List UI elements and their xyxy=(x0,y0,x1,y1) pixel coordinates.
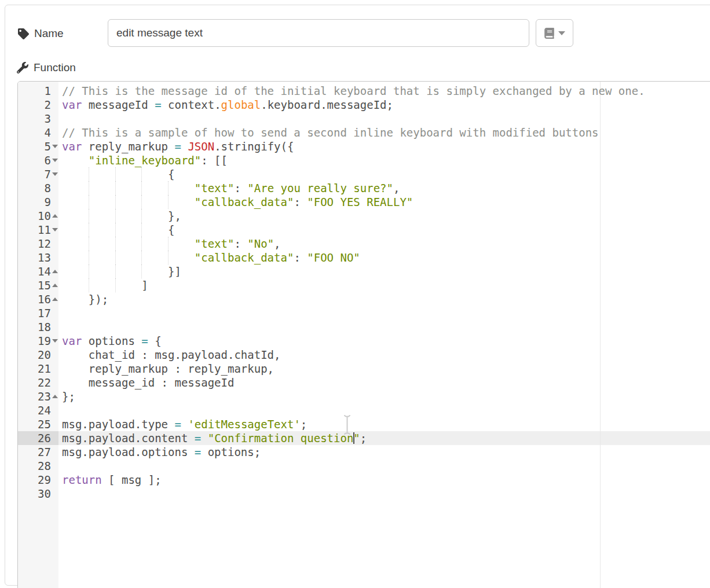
gutter-line-27[interactable]: 27 xyxy=(18,445,58,459)
gutter-line-16[interactable]: 16 xyxy=(18,292,58,306)
editor-gutter[interactable]: 1234567891011121314151617181920212223242… xyxy=(18,82,58,588)
gutter-line-14[interactable]: 14 xyxy=(18,264,58,278)
gutter-line-6[interactable]: 6 xyxy=(18,153,58,167)
gutter-line-17[interactable]: 17 xyxy=(18,306,58,320)
fold-open-icon[interactable] xyxy=(52,228,58,231)
gutter-line-11[interactable]: 11 xyxy=(18,223,58,237)
code-line-20[interactable]: chat_id : msg.payload.chatId, xyxy=(58,348,710,362)
code-line-3[interactable] xyxy=(58,112,710,126)
code-line-19[interactable]: var options = { xyxy=(58,334,710,348)
gutter-line-12[interactable]: 12 xyxy=(18,237,58,251)
token-text: ; xyxy=(301,418,307,431)
fold-end-icon[interactable] xyxy=(52,284,58,287)
code-line-28[interactable] xyxy=(58,459,710,473)
gutter-line-21[interactable]: 21 xyxy=(18,362,58,376)
name-input[interactable] xyxy=(108,19,529,47)
fold-open-icon[interactable] xyxy=(52,145,58,148)
token-operator: = xyxy=(174,140,181,153)
code-line-12[interactable]: "text": "No", xyxy=(58,237,710,251)
editor-content[interactable]: // This is the message id of the initial… xyxy=(58,84,710,501)
indent-guide xyxy=(115,264,116,278)
token-text: options xyxy=(82,335,141,347)
gutter-line-23[interactable]: 23 xyxy=(18,389,58,403)
line-number: 20 xyxy=(38,348,51,361)
gutter-line-8[interactable]: 8 xyxy=(18,181,58,195)
indent-guide xyxy=(115,223,116,237)
code-line-29[interactable]: return [ msg ]; xyxy=(58,473,710,487)
fold-end-icon[interactable] xyxy=(52,214,58,218)
indent-guide xyxy=(89,181,89,195)
fold-open-icon[interactable] xyxy=(52,172,58,176)
code-line-17[interactable] xyxy=(58,306,710,320)
gutter-line-20[interactable]: 20 xyxy=(18,348,58,362)
gutter-line-26[interactable]: 26 xyxy=(18,431,58,445)
line-number: 15 xyxy=(38,279,51,292)
code-line-15[interactable]: ] xyxy=(58,278,710,292)
token-text: { xyxy=(62,168,174,181)
line-number: 4 xyxy=(45,126,51,139)
code-line-6[interactable]: "inline_keyboard": [[ xyxy=(58,153,710,167)
token-operator: = xyxy=(141,335,148,347)
gutter-line-30[interactable]: 30 xyxy=(18,487,58,501)
gutter-line-24[interactable]: 24 xyxy=(18,403,58,417)
code-line-22[interactable]: message_id : messageId xyxy=(58,376,710,389)
token-constant: global xyxy=(221,98,261,111)
fold-end-icon[interactable] xyxy=(52,270,58,273)
code-line-5[interactable]: var reply_markup = JSON.stringify({ xyxy=(58,139,710,153)
line-number: 3 xyxy=(45,112,51,125)
code-line-24[interactable] xyxy=(58,403,710,417)
code-editor[interactable]: 1234567891011121314151617181920212223242… xyxy=(17,81,710,588)
caret-down-icon xyxy=(558,31,565,35)
indent-guide xyxy=(141,223,142,237)
gutter-line-25[interactable]: 25 xyxy=(18,417,58,431)
code-line-25[interactable]: msg.payload.type = 'editMessageText'; xyxy=(58,417,710,431)
gutter-line-28[interactable]: 28 xyxy=(18,459,58,473)
code-line-13[interactable]: "callback_data": "FOO NO" xyxy=(58,251,710,264)
gutter-line-29[interactable]: 29 xyxy=(18,473,58,487)
code-line-10[interactable]: }, xyxy=(58,209,710,223)
code-line-7[interactable]: { xyxy=(58,167,710,181)
token-text xyxy=(62,182,195,194)
token-text: { xyxy=(62,223,174,236)
code-line-1[interactable]: // This is the message id of the initial… xyxy=(58,84,710,98)
code-line-26[interactable]: msg.payload.content = "Confirmation ques… xyxy=(58,431,710,445)
gutter-line-3[interactable]: 3 xyxy=(18,112,58,126)
fold-open-icon[interactable] xyxy=(52,159,58,162)
token-string: "callback_data" xyxy=(195,251,294,264)
code-line-27[interactable]: msg.payload.options = options; xyxy=(58,445,710,459)
gutter-line-19[interactable]: 19 xyxy=(18,334,58,348)
code-line-4[interactable]: // This is a sample of how to send a sec… xyxy=(58,126,710,139)
fold-end-icon[interactable] xyxy=(52,395,58,398)
line-number: 29 xyxy=(38,473,51,486)
code-line-11[interactable]: { xyxy=(58,223,710,237)
line-number: 21 xyxy=(38,362,51,375)
code-line-23[interactable]: }; xyxy=(58,389,710,403)
line-number: 23 xyxy=(38,390,51,403)
code-line-18[interactable] xyxy=(58,320,710,334)
indent-guide xyxy=(89,264,89,278)
code-line-2[interactable]: var messageId = context.global.keyboard.… xyxy=(58,98,710,112)
gutter-line-15[interactable]: 15 xyxy=(18,278,58,292)
code-line-30[interactable] xyxy=(58,487,710,501)
gutter-line-5[interactable]: 5 xyxy=(18,139,58,153)
gutter-line-9[interactable]: 9 xyxy=(18,195,58,209)
code-line-16[interactable]: }); xyxy=(58,292,710,306)
gutter-line-13[interactable]: 13 xyxy=(18,251,58,264)
code-line-8[interactable]: "text": "Are you really sure?", xyxy=(58,181,710,195)
gutter-line-7[interactable]: 7 xyxy=(18,167,58,181)
token-operator: = xyxy=(174,418,181,431)
gutter-line-22[interactable]: 22 xyxy=(18,376,58,389)
gutter-line-1[interactable]: 1 xyxy=(18,84,58,98)
token-text: { xyxy=(148,335,162,347)
indent-guide xyxy=(141,237,142,251)
gutter-line-18[interactable]: 18 xyxy=(18,320,58,334)
gutter-line-10[interactable]: 10 xyxy=(18,209,58,223)
gutter-line-2[interactable]: 2 xyxy=(18,98,58,112)
code-line-9[interactable]: "callback_data": "FOO YES REALLY" xyxy=(58,195,710,209)
fold-open-icon[interactable] xyxy=(52,339,58,343)
code-line-21[interactable]: reply_markup : reply_markup, xyxy=(58,362,710,376)
library-button[interactable] xyxy=(536,19,573,47)
gutter-line-4[interactable]: 4 xyxy=(18,126,58,139)
fold-end-icon[interactable] xyxy=(52,297,58,301)
code-line-14[interactable]: }] xyxy=(58,264,710,278)
